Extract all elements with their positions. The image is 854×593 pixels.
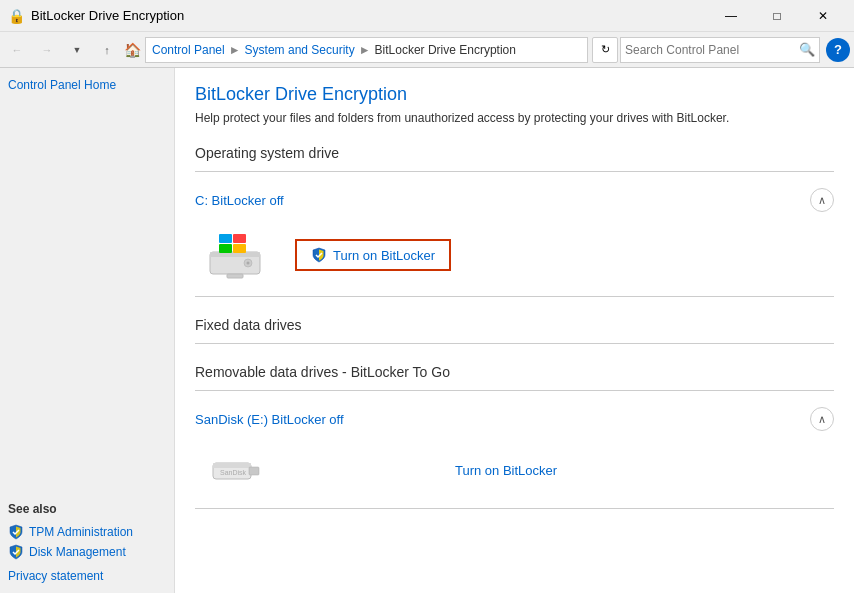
turn-on-label: Turn on BitLocker [333, 248, 435, 263]
app-title: BitLocker Drive Encryption [31, 8, 184, 23]
svg-rect-11 [249, 467, 259, 475]
sidebar: Control Panel Home See also TPM Administ… [0, 68, 175, 593]
up-button[interactable]: ↑ [94, 37, 120, 63]
app-icon: 🔒 [8, 8, 25, 24]
minimize-button[interactable]: — [708, 0, 754, 32]
os-section-header: Operating system drive [195, 145, 834, 161]
main-layout: Control Panel Home See also TPM Administ… [0, 68, 854, 593]
see-also-label: See also [8, 502, 166, 516]
fixed-drives-section: Fixed data drives [195, 317, 834, 344]
shield-icon-tpm [8, 524, 24, 540]
os-drive-header: C: BitLocker off ∧ [195, 180, 834, 220]
removable-section-header: Removable data drives - BitLocker To Go [195, 364, 834, 380]
refresh-button[interactable]: ↻ [592, 37, 618, 63]
svg-text:SanDisk: SanDisk [220, 469, 247, 476]
os-drive-section: C: BitLocker off ∧ [195, 180, 834, 297]
removable-drive-section: SanDisk (E:) BitLocker off ∧ SanD [195, 399, 834, 509]
turn-on-bitlocker-removable-link[interactable]: Turn on BitLocker [455, 463, 557, 478]
back-button[interactable]: ← [4, 37, 30, 63]
svg-rect-8 [227, 274, 243, 278]
removable-section-divider [195, 390, 834, 391]
svg-rect-7 [233, 244, 246, 253]
tpm-administration-link: TPM Administration [29, 525, 133, 539]
removable-section: Removable data drives - BitLocker To Go … [195, 364, 834, 509]
page-title: BitLocker Drive Encryption [195, 84, 834, 105]
os-drive-name[interactable]: C: BitLocker off [195, 193, 284, 208]
close-button[interactable]: ✕ [800, 0, 846, 32]
location-icon: 🏠 [124, 42, 141, 58]
os-drive-icon [205, 230, 265, 280]
breadcrumb-control-panel[interactable]: Control Panel [152, 43, 225, 57]
disk-management-link: Disk Management [29, 545, 126, 559]
removable-drive-chevron[interactable]: ∧ [810, 407, 834, 431]
removable-drive-content: SanDisk Turn on BitLocker [195, 439, 834, 508]
sidebar-item-tpm[interactable]: TPM Administration [8, 522, 166, 542]
removable-drive-header: SanDisk (E:) BitLocker off ∧ [195, 399, 834, 439]
control-panel-home-link[interactable]: Control Panel Home [8, 78, 166, 92]
shield-icon-btn [311, 247, 327, 263]
help-button[interactable]: ? [826, 38, 850, 62]
svg-rect-6 [219, 244, 232, 253]
breadcrumb-current: BitLocker Drive Encryption [375, 43, 516, 57]
turn-on-bitlocker-os-button[interactable]: Turn on BitLocker [295, 239, 451, 271]
maximize-button[interactable]: □ [754, 0, 800, 32]
breadcrumb-bar: Control Panel ► System and Security ► Bi… [145, 37, 588, 63]
usb-svg: SanDisk [205, 449, 265, 489]
title-bar: 🔒 BitLocker Drive Encryption — □ ✕ [0, 0, 854, 32]
svg-point-3 [247, 262, 250, 265]
fixed-section-header: Fixed data drives [195, 317, 834, 333]
sidebar-item-disk[interactable]: Disk Management [8, 542, 166, 562]
recent-locations-button[interactable]: ▼ [64, 37, 90, 63]
os-section-divider [195, 171, 834, 172]
svg-rect-5 [233, 234, 246, 243]
page-description: Help protect your files and folders from… [195, 111, 834, 125]
removable-drive-name[interactable]: SanDisk (E:) BitLocker off [195, 412, 344, 427]
os-drive-chevron[interactable]: ∧ [810, 188, 834, 212]
os-drive-content: Turn on BitLocker [195, 220, 834, 296]
svg-rect-10 [213, 463, 251, 468]
search-input[interactable] [625, 43, 799, 57]
svg-rect-4 [219, 234, 232, 243]
search-box: 🔍 [620, 37, 820, 63]
privacy-statement-link[interactable]: Privacy statement [8, 569, 103, 583]
breadcrumb-system-security[interactable]: System and Security [245, 43, 355, 57]
removable-drive-icon: SanDisk [205, 449, 265, 492]
content-area: BitLocker Drive Encryption Help protect … [175, 68, 854, 593]
hdd-svg [205, 230, 265, 280]
shield-icon-disk [8, 544, 24, 560]
address-actions: ↻ 🔍 ? [592, 37, 850, 63]
fixed-section-divider [195, 343, 834, 344]
address-bar: ← → ▼ ↑ 🏠 Control Panel ► System and Sec… [0, 32, 854, 68]
forward-button[interactable]: → [34, 37, 60, 63]
search-icon: 🔍 [799, 42, 815, 57]
window-controls: — □ ✕ [708, 0, 846, 32]
